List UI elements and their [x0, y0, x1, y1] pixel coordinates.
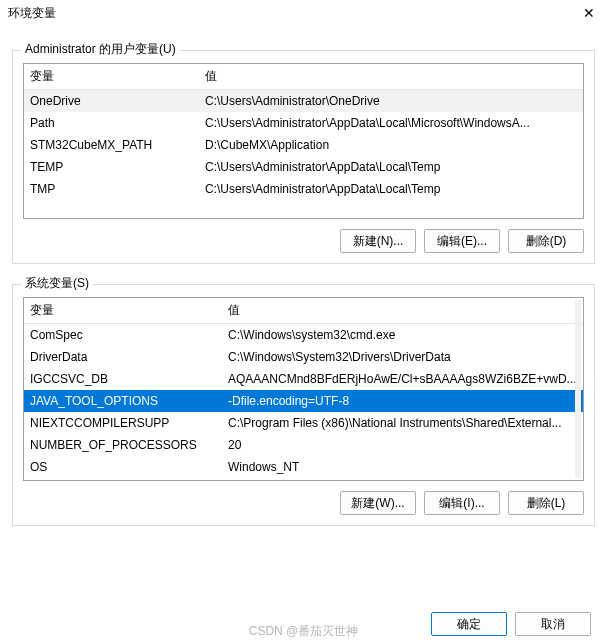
system-vars-table: 变量 值 ComSpecC:\Windows\system32\cmd.exeD… [24, 298, 583, 478]
window-title: 环境变量 [8, 5, 56, 22]
user-cell-val: C:\Users\Administrator\OneDrive [199, 90, 583, 113]
sys-row[interactable]: DriverDataC:\Windows\System32\Drivers\Dr… [24, 346, 583, 368]
sys-cell-val: Windows_NT [222, 456, 583, 478]
user-col-val[interactable]: 值 [199, 64, 583, 90]
user-vars-label: Administrator 的用户变量(U) [21, 41, 180, 58]
ok-button[interactable]: 确定 [431, 612, 507, 636]
user-vars-buttons: 新建(N)... 编辑(E)... 删除(D) [23, 229, 584, 253]
user-cell-var: TEMP [24, 156, 199, 178]
system-vars-label: 系统变量(S) [21, 275, 93, 292]
sys-row[interactable]: OSWindows_NT [24, 456, 583, 478]
user-cell-val: C:\Users\Administrator\AppData\Local\Mic… [199, 112, 583, 134]
sys-new-button[interactable]: 新建(W)... [340, 491, 416, 515]
user-edit-button[interactable]: 编辑(E)... [424, 229, 500, 253]
footer-buttons: 确定 取消 [431, 612, 591, 636]
sys-cell-val: -Dfile.encoding=UTF-8 [222, 390, 583, 412]
watermark: CSDN @番茄灭世神 [249, 623, 359, 640]
sys-col-val[interactable]: 值 [222, 298, 583, 324]
system-vars-table-wrap: 变量 值 ComSpecC:\Windows\system32\cmd.exeD… [23, 297, 584, 481]
user-vars-group: Administrator 的用户变量(U) 变量 值 OneDriveC:\U… [12, 50, 595, 264]
user-new-button[interactable]: 新建(N)... [340, 229, 416, 253]
sys-cell-var: IGCCSVC_DB [24, 368, 222, 390]
user-delete-button[interactable]: 删除(D) [508, 229, 584, 253]
sys-delete-button[interactable]: 删除(L) [508, 491, 584, 515]
sys-edit-button[interactable]: 编辑(I)... [424, 491, 500, 515]
cancel-button[interactable]: 取消 [515, 612, 591, 636]
sys-row[interactable]: IGCCSVC_DBAQAAANCMnd8BFdERjHoAwE/Cl+sBAA… [24, 368, 583, 390]
user-cell-var: Path [24, 112, 199, 134]
sys-cell-val: C:\Windows\System32\Drivers\DriverData [222, 346, 583, 368]
system-vars-group: 系统变量(S) 变量 值 ComSpecC:\Windows\system32\… [12, 284, 595, 526]
user-vars-table: 变量 值 OneDriveC:\Users\Administrator\OneD… [24, 64, 583, 200]
sys-cell-val: AQAAANCMnd8BFdERjHoAwE/Cl+sBAAAAgs8WZi6B… [222, 368, 583, 390]
sys-cell-var: NUMBER_OF_PROCESSORS [24, 434, 222, 456]
sys-cell-var: OS [24, 456, 222, 478]
user-cell-var: OneDrive [24, 90, 199, 113]
user-col-var[interactable]: 变量 [24, 64, 199, 90]
sys-cell-var: NIEXTCCOMPILERSUPP [24, 412, 222, 434]
titlebar: 环境变量 ✕ [0, 0, 607, 24]
user-cell-val: C:\Users\Administrator\AppData\Local\Tem… [199, 178, 583, 200]
close-icon[interactable]: ✕ [579, 6, 599, 20]
user-row[interactable]: STM32CubeMX_PATHD:\CubeMX\Application [24, 134, 583, 156]
user-vars-table-wrap: 变量 值 OneDriveC:\Users\Administrator\OneD… [23, 63, 584, 219]
sys-cell-val: C:\Program Files (x86)\National Instrume… [222, 412, 583, 434]
user-row[interactable]: PathC:\Users\Administrator\AppData\Local… [24, 112, 583, 134]
sys-row[interactable]: JAVA_TOOL_OPTIONS-Dfile.encoding=UTF-8 [24, 390, 583, 412]
content: Administrator 的用户变量(U) 变量 值 OneDriveC:\U… [0, 24, 607, 526]
user-cell-val: C:\Users\Administrator\AppData\Local\Tem… [199, 156, 583, 178]
user-row[interactable]: OneDriveC:\Users\Administrator\OneDrive [24, 90, 583, 113]
scrollbar[interactable] [575, 300, 581, 478]
user-row[interactable]: TMPC:\Users\Administrator\AppData\Local\… [24, 178, 583, 200]
sys-row[interactable]: NUMBER_OF_PROCESSORS20 [24, 434, 583, 456]
sys-cell-var: ComSpec [24, 324, 222, 347]
user-cell-var: STM32CubeMX_PATH [24, 134, 199, 156]
sys-cell-var: DriverData [24, 346, 222, 368]
user-cell-var: TMP [24, 178, 199, 200]
system-vars-buttons: 新建(W)... 编辑(I)... 删除(L) [23, 491, 584, 515]
sys-col-var[interactable]: 变量 [24, 298, 222, 324]
sys-row[interactable]: NIEXTCCOMPILERSUPPC:\Program Files (x86)… [24, 412, 583, 434]
user-row[interactable]: TEMPC:\Users\Administrator\AppData\Local… [24, 156, 583, 178]
user-cell-val: D:\CubeMX\Application [199, 134, 583, 156]
sys-cell-var: JAVA_TOOL_OPTIONS [24, 390, 222, 412]
sys-cell-val: 20 [222, 434, 583, 456]
sys-row[interactable]: ComSpecC:\Windows\system32\cmd.exe [24, 324, 583, 347]
sys-cell-val: C:\Windows\system32\cmd.exe [222, 324, 583, 347]
